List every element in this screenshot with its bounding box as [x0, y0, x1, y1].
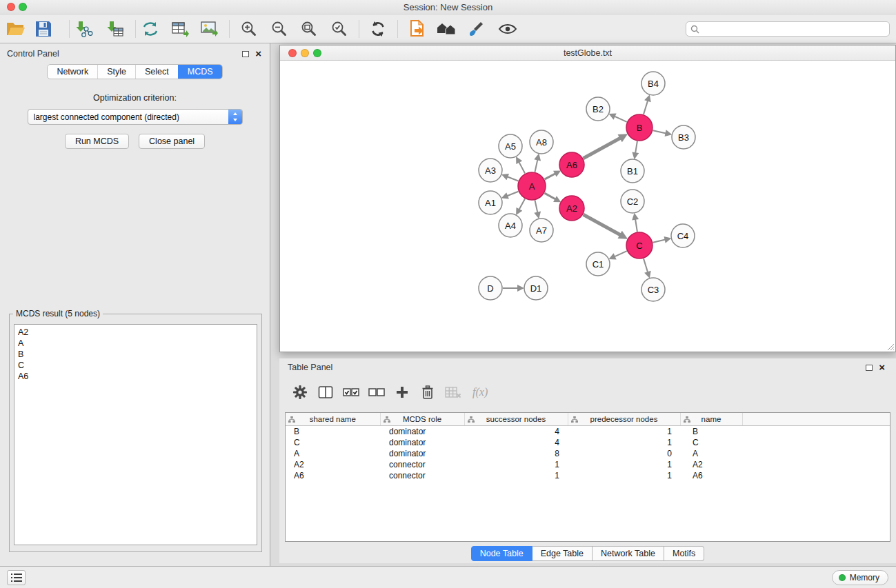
network-canvas[interactable]: ABCA6A2A1A3A4A5A7A8B1B2B3B4C1C2C3C4DD1 [280, 61, 895, 352]
function-builder-button[interactable]: f(x) [470, 383, 488, 402]
column-header-shared-name[interactable]: shared name [286, 413, 380, 426]
graph-node-A8[interactable]: A8 [530, 130, 553, 154]
graph-node-B3[interactable]: B3 [672, 125, 695, 149]
graph-edge-A-A7[interactable] [535, 201, 538, 213]
refresh-layout-button[interactable] [366, 17, 390, 41]
graph-edge-A-A6[interactable] [545, 174, 556, 179]
close-panel-icon[interactable]: × [255, 50, 261, 57]
home-button[interactable] [435, 17, 458, 41]
mcds-result-item-A2[interactable]: A2 [18, 327, 253, 338]
graph-node-C4[interactable]: C4 [671, 224, 695, 247]
cell-successor-nodes-C[interactable]: 4 [464, 437, 568, 448]
graph-edge-A2-C[interactable] [584, 214, 621, 235]
new-network-button[interactable] [139, 17, 162, 41]
export-network-button[interactable] [406, 17, 429, 41]
graph-edge-B-B4[interactable] [644, 101, 648, 114]
deselect-all-button[interactable] [368, 383, 386, 402]
cell-predecessor-nodes-A2[interactable]: 1 [568, 459, 680, 470]
graph-node-D[interactable]: D [479, 276, 502, 300]
graph-edge-A-A2[interactable] [544, 193, 555, 199]
cell-predecessor-nodes-A6[interactable]: 1 [568, 470, 680, 481]
graph-edge-B-B1[interactable] [635, 141, 637, 154]
tab-select[interactable]: Select [135, 65, 178, 79]
cell-name-A6[interactable]: A6 [680, 470, 742, 481]
table-settings-button[interactable] [291, 383, 309, 402]
mcds-result-item-C[interactable]: C [18, 360, 253, 371]
graph-node-B2[interactable]: B2 [586, 97, 610, 121]
graph-edge-C-C2[interactable] [635, 219, 637, 232]
tab-style[interactable]: Style [97, 65, 135, 79]
tab-node-table[interactable]: Node Table [471, 546, 532, 561]
cell-successor-nodes-B[interactable]: 4 [464, 426, 568, 437]
column-header-name[interactable]: name [680, 413, 742, 426]
zoom-selected-button[interactable] [328, 17, 351, 41]
cell-successor-nodes-A6[interactable]: 1 [464, 470, 568, 481]
graph-edge-C-C4[interactable] [653, 240, 666, 243]
import-network-button[interactable] [72, 17, 95, 41]
cell-successor-nodes-A2[interactable]: 1 [464, 459, 568, 470]
graph-node-B1[interactable]: B1 [621, 159, 644, 183]
cell-MCDS-role-A6[interactable]: connector [380, 470, 464, 481]
mcds-result-list[interactable]: A2ABCA6 [14, 324, 257, 545]
cell-name-C[interactable]: C [680, 437, 742, 448]
open-file-button[interactable] [4, 17, 28, 41]
column-header-MCDS-role[interactable]: MCDS role [380, 413, 464, 426]
search-box[interactable] [686, 21, 890, 37]
tab-edge-table[interactable]: Edge Table [532, 546, 593, 561]
cell-predecessor-nodes-A[interactable]: 0 [568, 448, 680, 459]
graph-edge-A-A4[interactable] [519, 199, 525, 210]
graph-edge-A-A5[interactable] [519, 162, 525, 174]
graph-node-C[interactable]: C [626, 232, 653, 258]
zoom-in-button[interactable] [237, 17, 261, 41]
cell-successor-nodes-A[interactable]: 8 [464, 448, 568, 459]
apply-style-button[interactable] [464, 17, 488, 41]
graph-node-A3[interactable]: A3 [479, 159, 502, 182]
graph-node-D1[interactable]: D1 [524, 276, 548, 300]
task-history-button[interactable] [7, 570, 26, 585]
graph-edge-A-A8[interactable] [535, 159, 538, 172]
zoom-fit-button[interactable] [297, 17, 321, 41]
graph-node-A6[interactable]: A6 [559, 152, 584, 177]
table-row-C[interactable]: Cdominator41C [286, 437, 890, 448]
zoom-out-button[interactable] [268, 17, 291, 41]
memory-button[interactable]: Memory [832, 570, 888, 585]
cell-MCDS-role-A2[interactable]: connector [380, 459, 464, 470]
cell-MCDS-role-A[interactable]: dominator [380, 448, 464, 459]
close-table-panel-icon[interactable]: × [879, 364, 885, 371]
table-row-A2[interactable]: A2connector11A2 [286, 459, 890, 470]
delete-table-button[interactable] [444, 383, 462, 402]
run-mcds-button[interactable]: Run MCDS [65, 134, 129, 149]
graph-edge-B-B2[interactable] [615, 116, 627, 122]
cell-shared-name-B[interactable]: B [286, 426, 380, 437]
save-session-button[interactable] [32, 17, 55, 41]
graph-node-A[interactable]: A [518, 172, 546, 200]
tab-mcds[interactable]: MCDS [178, 65, 222, 79]
graph-node-A7[interactable]: A7 [530, 219, 553, 242]
column-header-predecessor-nodes[interactable]: predecessor nodes [568, 413, 680, 426]
graph-node-B4[interactable]: B4 [641, 72, 665, 95]
column-header-successor-nodes[interactable]: successor nodes [464, 413, 568, 426]
resize-grip[interactable] [886, 343, 895, 351]
graph-node-C2[interactable]: C2 [621, 190, 644, 213]
add-column-button[interactable] [393, 383, 411, 402]
graph-edge-B-B3[interactable] [653, 130, 666, 133]
cell-name-A[interactable]: A [680, 448, 742, 459]
table-row-B[interactable]: Bdominator41B [286, 426, 890, 437]
cell-shared-name-C[interactable]: C [286, 437, 380, 448]
float-table-panel-icon[interactable] [866, 365, 873, 371]
graph-edge-A-A1[interactable] [507, 192, 518, 196]
mcds-result-item-A[interactable]: A [18, 338, 253, 349]
toggle-details-button[interactable] [496, 17, 519, 41]
graph-node-A2[interactable]: A2 [559, 196, 584, 221]
graph-node-A5[interactable]: A5 [499, 134, 522, 158]
cell-name-B[interactable]: B [680, 426, 742, 437]
table-row-A[interactable]: Adominator80A [286, 448, 890, 459]
graph-edge-C-C1[interactable] [615, 251, 627, 256]
graph-node-C3[interactable]: C3 [641, 278, 665, 301]
cell-shared-name-A[interactable]: A [286, 448, 380, 459]
cell-shared-name-A6[interactable]: A6 [286, 470, 380, 481]
mcds-result-item-A6[interactable]: A6 [18, 371, 253, 382]
close-panel-button[interactable]: Close panel [139, 134, 205, 149]
graph-node-B[interactable]: B [626, 114, 653, 141]
graph-node-C1[interactable]: C1 [586, 252, 610, 276]
